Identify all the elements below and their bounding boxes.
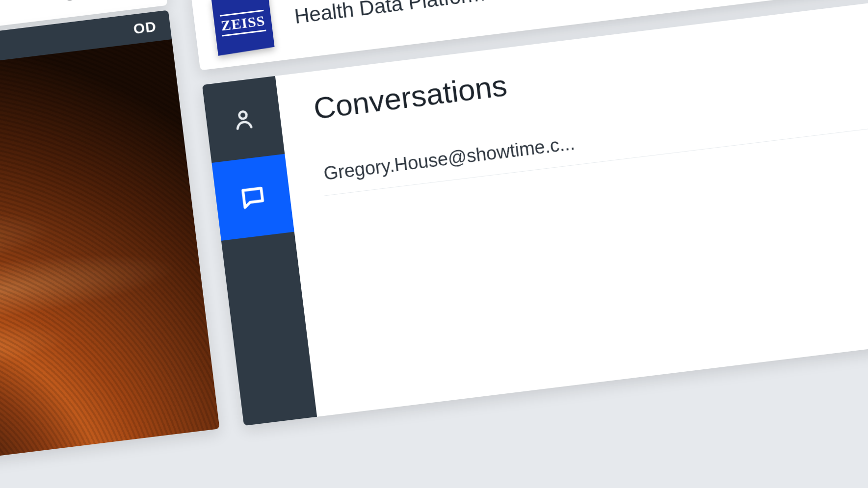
eye-laterality-label: OD	[132, 18, 157, 37]
x-tick-2: 50000	[29, 0, 146, 9]
chat-icon	[237, 182, 268, 212]
person-icon	[229, 105, 258, 133]
zeiss-logo: ZEISS	[211, 0, 274, 55]
sidebar-item-profile[interactable]	[202, 76, 284, 162]
image-viewer-card: OD	[0, 10, 219, 488]
conversations-main: Conversations Gregory.House@showtime.c..…	[275, 0, 868, 416]
product-title: Health Data Platform	[293, 0, 486, 28]
iris-image[interactable]	[0, 39, 219, 488]
conversations-card: Conversations Gregory.House@showtime.c..…	[202, 0, 868, 426]
zeiss-logo-text: ZEISS	[219, 9, 266, 36]
sidebar-item-chat[interactable]	[211, 154, 294, 240]
svg-point-29	[238, 111, 246, 119]
